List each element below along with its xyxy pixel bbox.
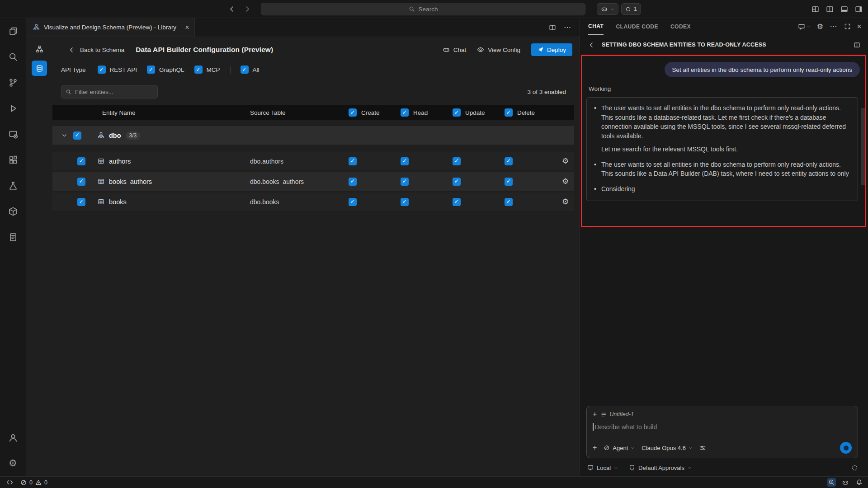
graphql-option[interactable]: GraphQL: [147, 66, 184, 74]
dab-config-view-icon[interactable]: [32, 61, 47, 76]
testing-icon[interactable]: [0, 173, 26, 198]
navigate-forward-icon[interactable]: [244, 5, 251, 13]
command-center-search[interactable]: Search: [261, 3, 585, 15]
environment-picker[interactable]: Local: [587, 465, 618, 471]
chat-scrollbar[interactable]: [861, 108, 865, 185]
source-control-icon[interactable]: [0, 70, 26, 95]
entity-name: books_authors: [109, 178, 152, 185]
row-select-checkbox[interactable]: [77, 157, 85, 165]
notifications-bell-icon[interactable]: [855, 478, 863, 487]
read-checkbox[interactable]: [401, 178, 409, 186]
create-column-checkbox[interactable]: [349, 108, 357, 117]
row-settings-gear-icon[interactable]: ⚙: [562, 178, 569, 185]
copilot-menu-button[interactable]: [597, 3, 618, 15]
chat-back-icon[interactable]: [589, 42, 596, 48]
read-column-checkbox[interactable]: [401, 108, 409, 117]
delete-checkbox[interactable]: [505, 157, 513, 165]
attach-icon[interactable]: +: [593, 444, 597, 451]
table-row-books[interactable]: books dbo.books ⚙: [52, 192, 574, 211]
all-option[interactable]: All: [241, 66, 259, 74]
tab-claude-code[interactable]: CLAUDE CODE: [616, 18, 658, 35]
back-to-schema-link[interactable]: Back to Schema: [69, 47, 124, 53]
remote-explorer-icon[interactable]: [0, 121, 26, 147]
maximize-panel-icon[interactable]: [844, 23, 851, 30]
chat-button[interactable]: Chat: [443, 46, 467, 53]
split-editor-icon[interactable]: [826, 5, 834, 13]
tab-codex[interactable]: CODEX: [670, 18, 691, 35]
chat-more-actions-icon[interactable]: ⋯: [830, 23, 838, 30]
chat-input-placeholder[interactable]: Describe what to build: [595, 423, 657, 431]
delete-checkbox[interactable]: [505, 198, 513, 206]
extensions-icon[interactable]: [0, 147, 26, 173]
approvals-picker[interactable]: Default Approvals: [629, 465, 692, 471]
table-row-authors[interactable]: authors dbo.authors ⚙: [52, 152, 574, 170]
send-button[interactable]: [840, 442, 852, 454]
read-checkbox[interactable]: [401, 198, 409, 206]
table-row-books-authors[interactable]: books_authors dbo.books_authors ⚙: [52, 172, 574, 191]
collapse-group-icon[interactable]: [61, 132, 67, 138]
mcp-checkbox[interactable]: [194, 66, 203, 74]
chat-input-box[interactable]: + Untitled-1 Describe what to build + Ag…: [586, 406, 858, 458]
copilot-status-icon[interactable]: [841, 478, 850, 487]
tools-sliders-icon[interactable]: [699, 445, 706, 451]
zoom-in-icon[interactable]: [827, 478, 836, 487]
tab-chat[interactable]: CHAT: [588, 18, 604, 35]
tab-visualize-design-schema[interactable]: Visualize and Design Schema (Preview) - …: [26, 18, 195, 37]
remote-indicator-icon[interactable]: [6, 479, 13, 486]
create-checkbox[interactable]: [349, 157, 357, 165]
explorer-icon[interactable]: [0, 18, 26, 44]
session-sync-badge[interactable]: 1: [621, 3, 641, 15]
chat-settings-gear-icon[interactable]: ⚙: [817, 23, 824, 30]
update-checkbox[interactable]: [453, 178, 461, 186]
row-select-checkbox[interactable]: [77, 198, 85, 206]
create-checkbox[interactable]: [349, 178, 357, 186]
mcp-option[interactable]: MCP: [194, 66, 220, 74]
chat-history-button[interactable]: [798, 23, 811, 30]
notebooks-icon[interactable]: [0, 224, 26, 250]
update-checkbox[interactable]: [453, 157, 461, 165]
toggle-secondary-sidebar-icon[interactable]: [855, 5, 863, 13]
delete-column-checkbox[interactable]: [505, 108, 513, 117]
schema-group-row[interactable]: dbo 3/3: [52, 126, 574, 145]
toggle-panel-icon[interactable]: [840, 5, 848, 13]
row-select-checkbox[interactable]: [77, 178, 85, 186]
close-tab-icon[interactable]: ×: [185, 24, 189, 31]
filter-entities-input[interactable]: [75, 89, 155, 95]
row-settings-gear-icon[interactable]: ⚙: [562, 198, 569, 206]
graphql-checkbox[interactable]: [147, 66, 155, 74]
chat-label: Chat: [453, 47, 467, 53]
deploy-button[interactable]: Deploy: [531, 43, 572, 56]
view-config-button[interactable]: View Config: [477, 46, 520, 53]
add-context-icon[interactable]: +: [593, 411, 597, 418]
search-sidebar-icon[interactable]: [0, 44, 26, 70]
database-projects-icon[interactable]: [0, 198, 26, 224]
settings-gear-icon[interactable]: ⚙: [0, 450, 26, 476]
read-header: Read: [413, 109, 428, 116]
row-settings-gear-icon[interactable]: ⚙: [562, 157, 569, 165]
problems-indicator[interactable]: 0 0: [20, 479, 47, 486]
group-select-checkbox[interactable]: [73, 131, 81, 140]
read-checkbox[interactable]: [401, 157, 409, 165]
accounts-icon[interactable]: [0, 425, 26, 450]
update-column-checkbox[interactable]: [453, 108, 461, 117]
rest-api-checkbox[interactable]: [98, 66, 106, 74]
all-label: All: [253, 66, 259, 73]
mode-picker[interactable]: Agent: [604, 445, 635, 451]
all-checkbox[interactable]: [241, 66, 249, 74]
open-session-in-editor-icon[interactable]: [854, 42, 860, 48]
close-panel-icon[interactable]: ×: [857, 23, 862, 30]
update-checkbox[interactable]: [453, 198, 461, 206]
customize-layout-icon[interactable]: [811, 5, 819, 13]
split-editor-action-icon[interactable]: [549, 24, 556, 31]
rest-api-option[interactable]: REST API: [98, 66, 137, 74]
delete-checkbox[interactable]: [505, 178, 513, 186]
schema-diagram-view-icon[interactable]: [32, 41, 47, 56]
run-and-debug-icon[interactable]: [0, 95, 26, 121]
create-checkbox[interactable]: [349, 198, 357, 206]
context-file-chip[interactable]: Untitled-1: [601, 411, 634, 418]
editor-more-actions-icon[interactable]: ⋯: [564, 24, 571, 31]
navigate-back-icon[interactable]: [228, 5, 236, 13]
filter-entities-field[interactable]: [61, 85, 158, 99]
model-picker[interactable]: Claude Opus 4.6: [642, 445, 693, 451]
send-icon: [844, 446, 849, 450]
